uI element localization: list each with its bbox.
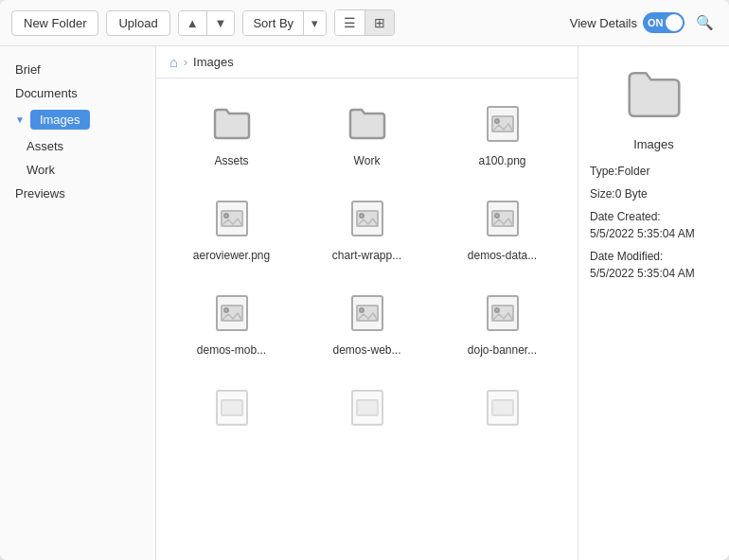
file-name-demos-data: demos-data... [468,249,537,262]
image-icon-dojo-banner [478,289,527,338]
sort-direction-group: ▲ ▼ [178,10,236,36]
image-icon-demos-web [343,289,392,338]
sort-down-button[interactable]: ▼ [207,11,235,35]
file-item-demos-data[interactable]: demos-data... [438,184,566,271]
sidebar-label-assets: Assets [27,139,63,153]
app-window: New Folder Upload ▲ ▼ Sort By ▾ ☰ ⊞ View… [0,0,729,560]
sidebar-label-brief: Brief [15,62,41,77]
details-panel: Images Type:Folder Size:0 Byte Date Crea… [578,46,729,560]
image-icon-demos-mob [207,289,257,338]
file-name-demos-mob: demos-mob... [197,343,266,357]
sidebar-item-documents[interactable]: Documents [0,81,155,105]
image-icon-partial-1 [207,383,257,432]
sidebar-item-work[interactable]: Work [0,158,155,182]
sort-by-label: Sort By [243,11,303,35]
svg-point-14 [224,308,228,312]
breadcrumb-separator: › [184,56,187,69]
file-name-chart: chart-wrapp... [332,249,401,262]
svg-rect-24 [357,400,378,415]
file-item-dojo-banner[interactable]: dojo-banner... [438,279,566,366]
image-icon-partial-2 [343,383,392,432]
image-icon-aeroviewer [207,194,257,243]
file-item-work[interactable]: Work [303,90,431,177]
view-details-toggle-group: View Details ON [566,12,685,33]
sidebar-item-brief[interactable]: Brief [0,58,155,81]
sidebar-label-documents: Documents [15,86,78,100]
folder-icon-assets [207,99,257,149]
view-toggle-group: ☰ ⊞ [334,9,395,36]
file-item-chart[interactable]: chart-wrapp... [303,184,431,271]
file-item-partial-1[interactable] [168,374,295,447]
image-icon-chart [343,194,392,243]
sidebar-label-images: Images [30,110,90,130]
sort-dropdown-icon[interactable]: ▾ [303,11,326,35]
sidebar-label-previews: Previews [15,186,65,201]
svg-point-8 [360,214,364,218]
svg-point-2 [495,119,499,123]
toggle-on-text: ON [648,17,664,28]
file-name-aeroviewer: aeroviewer.png [193,249,270,262]
svg-rect-22 [222,400,242,415]
image-icon-demos-data [478,194,527,243]
details-name: Images [590,137,718,151]
sidebar: Brief Documents ▼ Images Assets Work Pre… [0,46,156,560]
toolbar: New Folder Upload ▲ ▼ Sort By ▾ ☰ ⊞ View… [0,0,729,46]
file-item-partial-2[interactable] [303,374,431,447]
svg-point-5 [224,214,228,218]
file-item-partial-3[interactable] [438,374,566,447]
details-created: Date Created:5/5/2022 5:35:04 AM [590,208,718,242]
folder-icon-work [343,99,392,149]
file-item-aeroviewer[interactable]: aeroviewer.png [168,184,295,271]
file-name-demos-web: demos-web... [332,343,400,357]
list-view-button[interactable]: ☰ [335,10,365,35]
sort-by-group: Sort By ▾ [242,10,327,36]
file-name-assets: Assets [214,154,248,167]
image-icon-a100 [478,99,527,149]
file-name-dojo-banner: dojo-banner... [468,343,537,357]
search-button[interactable]: 🔍 [692,10,718,35]
view-details-toggle[interactable]: ON [643,12,685,33]
svg-rect-26 [492,400,513,415]
svg-point-11 [495,214,499,218]
details-type: Type:Folder [590,163,718,180]
details-size: Size:0 Byte [590,185,718,202]
file-name-a100: a100.png [478,154,525,167]
svg-point-20 [495,308,499,312]
sidebar-item-images[interactable]: ▼ Images [0,105,155,134]
svg-point-17 [360,308,364,312]
sidebar-item-previews[interactable]: Previews [0,182,155,205]
new-folder-button[interactable]: New Folder [11,10,98,36]
breadcrumb: ⌂ › Images [156,46,578,79]
file-item-assets[interactable]: Assets [168,90,295,177]
sidebar-label-work: Work [27,163,55,177]
file-name-work: Work [354,154,381,167]
sidebar-item-assets[interactable]: Assets [0,134,155,158]
breadcrumb-home[interactable]: ⌂ [169,54,178,70]
file-item-a100[interactable]: a100.png [438,90,566,177]
details-folder-icon [590,61,718,128]
main-content: Brief Documents ▼ Images Assets Work Pre… [0,46,729,560]
content-area: ⌂ › Images Assets [156,46,578,560]
sort-up-button[interactable]: ▲ [179,11,207,35]
details-modified: Date Modified:5/5/2022 5:35:04 AM [590,248,718,282]
image-icon-partial-3 [478,383,527,432]
grid-view-button[interactable]: ⊞ [365,10,394,35]
breadcrumb-current: Images [193,55,234,69]
file-item-demos-mob[interactable]: demos-mob... [168,279,295,366]
upload-button[interactable]: Upload [106,10,169,36]
sidebar-arrow-images: ▼ [15,114,25,125]
toggle-knob [666,14,683,31]
file-grid: Assets Work [156,79,578,560]
view-details-label: View Details [570,16,637,30]
file-item-demos-web[interactable]: demos-web... [303,279,431,366]
